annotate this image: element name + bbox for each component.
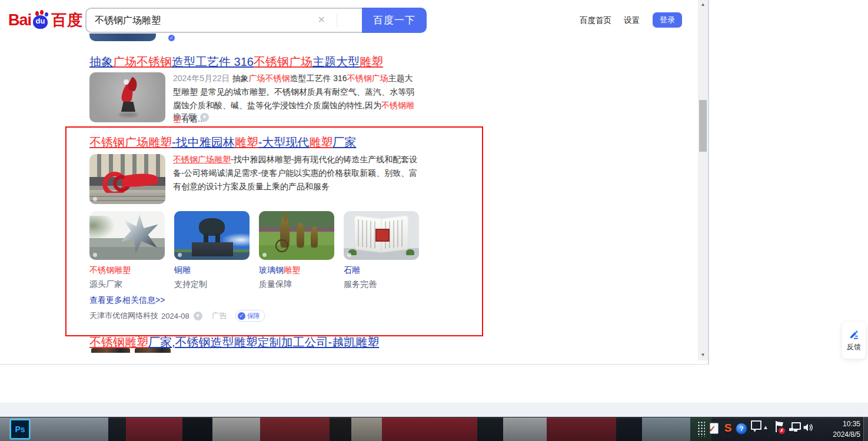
ad-more-info-link[interactable]: 查看更多相关信息>> bbox=[89, 295, 165, 306]
ad-card-title-stone[interactable]: 石雕 bbox=[344, 265, 360, 276]
login-button[interactable]: 登录 bbox=[653, 12, 682, 28]
ad-card-subtitle: 支持定制 bbox=[174, 279, 207, 290]
ad-title-link[interactable]: 不锈钢广场雕塑-找中雅园林雕塑-大型现代雕塑厂家 bbox=[89, 135, 356, 151]
pencil-icon bbox=[849, 329, 859, 340]
ad-card-image-bronze[interactable] bbox=[174, 211, 250, 260]
show-desktop-button[interactable] bbox=[863, 417, 868, 441]
scrollbar-thumb[interactable] bbox=[699, 100, 707, 152]
show-hidden-icons-arrow[interactable]: ▲ bbox=[763, 424, 769, 430]
search-button[interactable]: 百度一下 bbox=[362, 8, 427, 33]
ad-card-subtitle: 服务完善 bbox=[344, 279, 377, 290]
photoshop-taskbar-button[interactable]: Ps bbox=[10, 419, 30, 439]
ad-card-title-stainless[interactable]: 不锈钢雕塑 bbox=[89, 265, 131, 276]
clear-search-icon[interactable]: ✕ bbox=[318, 14, 325, 26]
clock-date: 2024/8/5 bbox=[818, 429, 860, 440]
sogou-icon[interactable]: S bbox=[722, 422, 734, 434]
ad-card-image-stainless[interactable] bbox=[89, 211, 165, 260]
scroll-down-icon[interactable]: ▼ bbox=[698, 352, 708, 358]
ad-card-title-bronze[interactable]: 铜雕 bbox=[174, 265, 191, 276]
result1-description: 2024年5月22日 抽象广场不锈钢造型工艺件 316不锈钢广场主题大型雕塑 是… bbox=[173, 72, 420, 126]
browser-window: Bai du 百度 不锈钢广场雕塑 ✕ 百度一下 百度首页 设置 登录 ✓ 抽象… bbox=[0, 0, 709, 365]
result1-title-link[interactable]: 抽象广场不锈钢造型工艺件 316不锈钢广场主题大型雕塑 bbox=[89, 54, 383, 70]
clock-time: 10:35 bbox=[818, 419, 860, 429]
ad-description: 不锈钢广场雕塑-找中雅园林雕塑-拥有现代化的铸造生产线和配套设备-公司将竭诚满足… bbox=[173, 153, 421, 193]
result1-source-name[interactable]: 搜了网 bbox=[173, 112, 196, 122]
ad-label: 广告 bbox=[212, 310, 227, 321]
ad-card-subtitle: 源头厂家 bbox=[89, 279, 122, 290]
search-input[interactable]: 不锈钢广场雕塑 ✕ bbox=[85, 8, 362, 33]
nav-settings-link[interactable]: 设置 bbox=[624, 15, 640, 26]
watermark-icon bbox=[347, 253, 351, 257]
previous-result-source-icon: ✓ bbox=[168, 35, 175, 41]
chevron-down-icon[interactable]: ▼ bbox=[753, 429, 757, 433]
ad-card-image-stone[interactable] bbox=[344, 211, 419, 260]
ad-card-subtitle: 质量保障 bbox=[259, 279, 292, 290]
ad-date: 2024-08 bbox=[161, 312, 189, 320]
ad-source-chevron-icon[interactable]: ▼ bbox=[194, 312, 202, 320]
watermark-icon bbox=[93, 253, 97, 257]
search-separator bbox=[337, 14, 337, 27]
network-icon[interactable] bbox=[789, 422, 801, 433]
result1-thumbnail[interactable] bbox=[89, 72, 165, 122]
result3-title-link[interactable]: 不锈钢雕塑厂家,不锈钢造型雕塑定制加工公司-越凯雕塑 bbox=[89, 335, 379, 350]
result3-image-sliver[interactable] bbox=[135, 348, 171, 353]
ad-card-title-fiberglass[interactable]: 玻璃钢雕塑 bbox=[259, 265, 300, 276]
help-icon[interactable]: ? bbox=[736, 423, 747, 435]
document-check-icon[interactable]: ✓ bbox=[708, 422, 720, 434]
desktop-screen: Bai du 百度 不锈钢广场雕塑 ✕ 百度一下 百度首页 设置 登录 ✓ 抽象… bbox=[0, 0, 868, 441]
result1-source-chevron-icon[interactable]: ▼ bbox=[200, 113, 209, 122]
shield-check-icon: ✓ bbox=[238, 312, 245, 320]
previous-result-image-sliver[interactable] bbox=[89, 34, 156, 41]
result3-image-sliver[interactable] bbox=[91, 348, 130, 353]
watermark-icon bbox=[262, 253, 267, 257]
feedback-label: 反馈 bbox=[847, 342, 861, 352]
window-edge bbox=[708, 0, 709, 364]
baidu-logo[interactable]: Bai du 百度 bbox=[8, 7, 83, 33]
logo-text-bai: Bai bbox=[8, 11, 31, 29]
ad-card-image-fiberglass[interactable] bbox=[259, 211, 334, 260]
logo-text-cn: 百度 bbox=[51, 10, 83, 31]
result1-source-row: 搜了网 ▼ bbox=[173, 112, 209, 122]
watermark-icon bbox=[178, 253, 182, 257]
search-query-text: 不锈钢广场雕塑 bbox=[95, 9, 161, 32]
ad-advertiser-name[interactable]: 天津市优信网络科技 bbox=[89, 310, 158, 321]
ad-main-image[interactable] bbox=[89, 154, 165, 204]
nav-baidu-home-link[interactable]: 百度首页 bbox=[580, 15, 611, 26]
page-scrollbar[interactable]: ▲ ▼ bbox=[698, 0, 708, 360]
ad-source-row: 天津市优信网络科技 2024-08 ▼ 广告 ✓ 保障 bbox=[89, 310, 265, 322]
taskbar-grip-handle[interactable] bbox=[697, 421, 705, 437]
scroll-up-icon[interactable]: ▲ bbox=[698, 2, 708, 7]
feedback-button[interactable]: 反馈 bbox=[842, 322, 866, 359]
desktop-band bbox=[0, 403, 868, 417]
action-center-flag-icon[interactable]: ✗ bbox=[774, 421, 785, 434]
taskbar-clock[interactable]: 10:35 2024/8/5 bbox=[818, 419, 860, 440]
guarantee-badge[interactable]: ✓ 保障 bbox=[235, 310, 265, 322]
volume-icon[interactable] bbox=[802, 422, 814, 433]
watermark-icon bbox=[93, 197, 97, 201]
baidu-paw-icon: du bbox=[32, 11, 49, 29]
error-badge-icon: ✗ bbox=[779, 427, 785, 434]
